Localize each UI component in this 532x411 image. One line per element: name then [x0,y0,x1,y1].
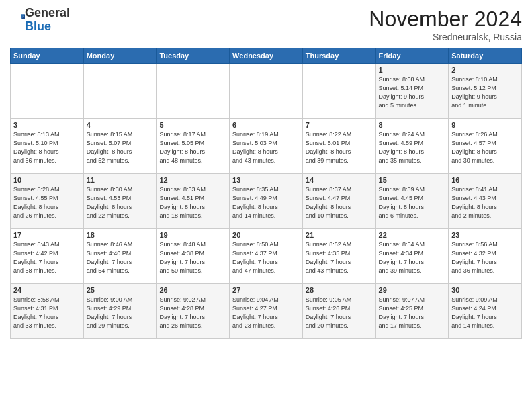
week-row-1: 1Sunrise: 8:08 AM Sunset: 5:14 PM Daylig… [11,64,522,119]
day-info: Sunrise: 8:08 AM Sunset: 5:14 PM Dayligh… [379,75,446,110]
day-number: 30 [451,286,519,294]
day-cell: 11Sunrise: 8:30 AM Sunset: 4:53 PM Dayli… [83,174,157,229]
day-cell: 2Sunrise: 8:10 AM Sunset: 5:12 PM Daylig… [449,64,522,119]
day-info: Sunrise: 9:00 AM Sunset: 4:29 PM Dayligh… [87,295,154,330]
day-number: 28 [306,286,373,294]
day-info: Sunrise: 9:04 AM Sunset: 4:27 PM Dayligh… [232,295,300,330]
day-info: Sunrise: 9:09 AM Sunset: 4:24 PM Dayligh… [451,295,519,330]
day-cell [11,64,84,119]
day-number: 11 [87,176,154,184]
week-row-5: 24Sunrise: 8:58 AM Sunset: 4:31 PM Dayli… [11,284,522,339]
col-thursday: Thursday [302,48,375,64]
day-cell [230,64,303,119]
day-info: Sunrise: 8:50 AM Sunset: 4:37 PM Dayligh… [232,240,300,275]
day-cell: 29Sunrise: 9:07 AM Sunset: 4:25 PM Dayli… [375,284,449,339]
day-info: Sunrise: 8:58 AM Sunset: 4:31 PM Dayligh… [13,295,81,330]
day-number: 24 [13,286,81,294]
day-cell: 23Sunrise: 8:56 AM Sunset: 4:32 PM Dayli… [449,229,522,284]
day-cell: 21Sunrise: 8:52 AM Sunset: 4:35 PM Dayli… [302,229,375,284]
day-cell: 19Sunrise: 8:48 AM Sunset: 4:38 PM Dayli… [157,229,230,284]
location: Sredneuralsk, Russia [369,32,522,42]
col-sunday: Sunday [11,48,84,64]
day-cell: 24Sunrise: 8:58 AM Sunset: 4:31 PM Dayli… [11,284,84,339]
day-info: Sunrise: 9:05 AM Sunset: 4:26 PM Dayligh… [306,295,373,330]
day-cell [83,64,157,119]
logo-icon [11,12,25,26]
day-cell: 4Sunrise: 8:15 AM Sunset: 5:07 PM Daylig… [83,119,157,174]
day-number: 10 [13,176,81,184]
month-title: November 2024 [369,7,522,32]
day-cell [157,64,230,119]
day-cell: 27Sunrise: 9:04 AM Sunset: 4:27 PM Dayli… [230,284,303,339]
day-info: Sunrise: 8:10 AM Sunset: 5:12 PM Dayligh… [451,75,519,110]
day-info: Sunrise: 8:26 AM Sunset: 4:57 PM Dayligh… [451,130,519,165]
day-number: 5 [159,121,226,129]
day-cell: 17Sunrise: 8:43 AM Sunset: 4:42 PM Dayli… [11,229,84,284]
day-cell: 1Sunrise: 8:08 AM Sunset: 5:14 PM Daylig… [375,64,449,119]
col-tuesday: Tuesday [157,48,230,64]
day-number: 22 [379,231,446,239]
page-container: General Blue November 2024 Sredneuralsk,… [0,0,532,342]
title-block: November 2024 Sredneuralsk, Russia [369,7,522,42]
day-cell: 15Sunrise: 8:39 AM Sunset: 4:45 PM Dayli… [375,174,449,229]
day-number: 19 [159,231,226,239]
day-number: 9 [451,121,519,129]
calendar-header: Sunday Monday Tuesday Wednesday Thursday… [11,48,522,64]
day-cell: 12Sunrise: 8:33 AM Sunset: 4:51 PM Dayli… [157,174,230,229]
week-row-2: 3Sunrise: 8:13 AM Sunset: 5:10 PM Daylig… [11,119,522,174]
day-info: Sunrise: 9:07 AM Sunset: 4:25 PM Dayligh… [379,295,446,330]
day-info: Sunrise: 8:30 AM Sunset: 4:53 PM Dayligh… [87,185,154,220]
day-info: Sunrise: 8:22 AM Sunset: 5:01 PM Dayligh… [306,130,373,165]
day-number: 17 [13,231,81,239]
day-info: Sunrise: 8:37 AM Sunset: 4:47 PM Dayligh… [306,185,373,220]
day-number: 7 [306,121,373,129]
day-cell: 22Sunrise: 8:54 AM Sunset: 4:34 PM Dayli… [375,229,449,284]
day-number: 29 [379,286,446,294]
col-friday: Friday [375,48,449,64]
day-info: Sunrise: 8:46 AM Sunset: 4:40 PM Dayligh… [87,240,154,275]
header-row: Sunday Monday Tuesday Wednesday Thursday… [11,48,522,64]
day-info: Sunrise: 8:17 AM Sunset: 5:05 PM Dayligh… [159,130,226,165]
day-info: Sunrise: 8:35 AM Sunset: 4:49 PM Dayligh… [232,185,300,220]
day-number: 8 [379,121,446,129]
day-number: 6 [232,121,300,129]
day-number: 21 [306,231,373,239]
day-info: Sunrise: 8:41 AM Sunset: 4:43 PM Dayligh… [451,185,519,220]
header: General Blue November 2024 Sredneuralsk,… [10,7,522,42]
day-cell: 25Sunrise: 9:00 AM Sunset: 4:29 PM Dayli… [83,284,157,339]
day-cell: 3Sunrise: 8:13 AM Sunset: 5:10 PM Daylig… [11,119,84,174]
day-cell: 7Sunrise: 8:22 AM Sunset: 5:01 PM Daylig… [302,119,375,174]
day-cell: 6Sunrise: 8:19 AM Sunset: 5:03 PM Daylig… [230,119,303,174]
logo: General Blue [10,7,70,34]
day-info: Sunrise: 8:33 AM Sunset: 4:51 PM Dayligh… [159,185,226,220]
day-number: 4 [87,121,154,129]
day-number: 2 [451,66,519,74]
day-info: Sunrise: 8:13 AM Sunset: 5:10 PM Dayligh… [13,130,81,165]
week-row-4: 17Sunrise: 8:43 AM Sunset: 4:42 PM Dayli… [11,229,522,284]
day-cell: 20Sunrise: 8:50 AM Sunset: 4:37 PM Dayli… [230,229,303,284]
calendar-body: 1Sunrise: 8:08 AM Sunset: 5:14 PM Daylig… [11,64,522,339]
day-cell: 26Sunrise: 9:02 AM Sunset: 4:28 PM Dayli… [157,284,230,339]
day-number: 23 [451,231,519,239]
day-cell: 5Sunrise: 8:17 AM Sunset: 5:05 PM Daylig… [157,119,230,174]
day-cell: 30Sunrise: 9:09 AM Sunset: 4:24 PM Dayli… [449,284,522,339]
day-info: Sunrise: 8:43 AM Sunset: 4:42 PM Dayligh… [13,240,81,275]
day-info: Sunrise: 9:02 AM Sunset: 4:28 PM Dayligh… [159,295,226,330]
day-info: Sunrise: 8:48 AM Sunset: 4:38 PM Dayligh… [159,240,226,275]
day-info: Sunrise: 8:39 AM Sunset: 4:45 PM Dayligh… [379,185,446,220]
day-info: Sunrise: 8:28 AM Sunset: 4:55 PM Dayligh… [13,185,81,220]
col-monday: Monday [83,48,157,64]
day-number: 16 [451,176,519,184]
day-cell: 16Sunrise: 8:41 AM Sunset: 4:43 PM Dayli… [449,174,522,229]
col-wednesday: Wednesday [230,48,303,64]
day-cell: 8Sunrise: 8:24 AM Sunset: 4:59 PM Daylig… [375,119,449,174]
day-cell: 9Sunrise: 8:26 AM Sunset: 4:57 PM Daylig… [449,119,522,174]
day-cell: 18Sunrise: 8:46 AM Sunset: 4:40 PM Dayli… [83,229,157,284]
day-number: 12 [159,176,226,184]
day-info: Sunrise: 8:24 AM Sunset: 4:59 PM Dayligh… [379,130,446,165]
logo-general: General [25,6,70,19]
day-number: 1 [379,66,446,74]
day-number: 14 [306,176,373,184]
day-info: Sunrise: 8:15 AM Sunset: 5:07 PM Dayligh… [87,130,154,165]
logo-blue: Blue [25,19,51,33]
